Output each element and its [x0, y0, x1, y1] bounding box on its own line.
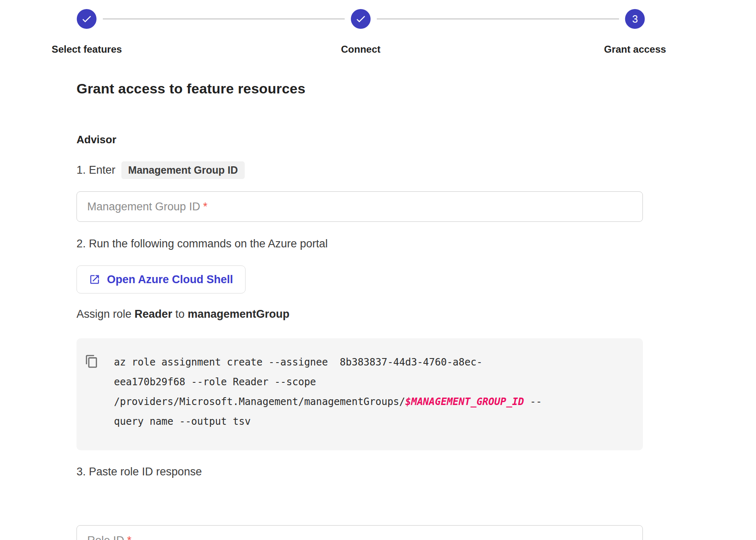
page-title: Grant access to feature resources: [77, 81, 306, 97]
step-label: Grant access: [604, 44, 666, 55]
code-command: az role assignment create --assignee 8b3…: [114, 352, 542, 431]
copy-icon: [85, 354, 99, 368]
step-number: 3: [632, 14, 638, 24]
code-line: az role assignment create --assignee 8b3…: [114, 352, 542, 372]
instruction-step-3: 3. Paste role ID response: [77, 466, 202, 478]
management-group-id-chip: Management Group ID: [121, 161, 245, 179]
external-link-icon: [89, 274, 100, 285]
code-line: query name --output tsv: [114, 412, 542, 431]
role-id-input[interactable]: [77, 526, 642, 540]
role-name: Reader: [135, 308, 172, 320]
check-icon: [355, 13, 366, 25]
step-active-circle: 3: [625, 9, 645, 29]
code-line-3-pre: /providers/Microsoft.Management/manageme…: [114, 396, 405, 407]
step-select-features[interactable]: Select features: [52, 9, 122, 55]
code-line: eea170b29f68 --role Reader --scope: [114, 372, 542, 392]
assign-role-prefix: Assign role: [77, 308, 132, 320]
code-line: /providers/Microsoft.Management/manageme…: [114, 392, 542, 412]
step-completed-circle[interactable]: [77, 9, 97, 29]
step-connector-2: [377, 19, 619, 19]
instruction-step-2: 2. Run the following commands on the Azu…: [77, 237, 328, 250]
assign-role-connector: to: [175, 308, 185, 320]
open-azure-cloud-shell-button[interactable]: Open Azure Cloud Shell: [77, 265, 246, 293]
copy-button[interactable]: [85, 354, 99, 368]
code-variable: $MANAGEMENT_GROUP_ID: [405, 396, 524, 407]
management-group-id-input[interactable]: [77, 192, 642, 221]
code-block: az role assignment create --assignee 8b3…: [77, 338, 643, 450]
step-completed-circle[interactable]: [351, 9, 371, 29]
role-id-field[interactable]: Role ID*: [77, 525, 643, 540]
check-icon: [81, 13, 93, 25]
step-connector-1: [103, 19, 345, 19]
management-group-id-field[interactable]: Management Group ID*: [77, 191, 643, 222]
section-title-advisor: Advisor: [77, 133, 116, 146]
instruction-step-1: 1. Enter Management Group ID: [77, 161, 245, 179]
step-label: Select features: [52, 44, 122, 55]
open-azure-cloud-shell-label: Open Azure Cloud Shell: [107, 273, 233, 286]
stepper: Select features Connect 3 Grant access: [0, 0, 756, 62]
step-label: Connect: [341, 44, 380, 55]
step-grant-access: 3 Grant access: [604, 9, 666, 55]
assign-role-text: Assign role Reader to managementGroup: [77, 308, 290, 321]
instruction-step-1-text: 1. Enter: [77, 164, 116, 177]
step-connect[interactable]: Connect: [341, 9, 380, 55]
assign-target: managementGroup: [188, 308, 290, 320]
code-line-3-post: --: [524, 396, 542, 407]
